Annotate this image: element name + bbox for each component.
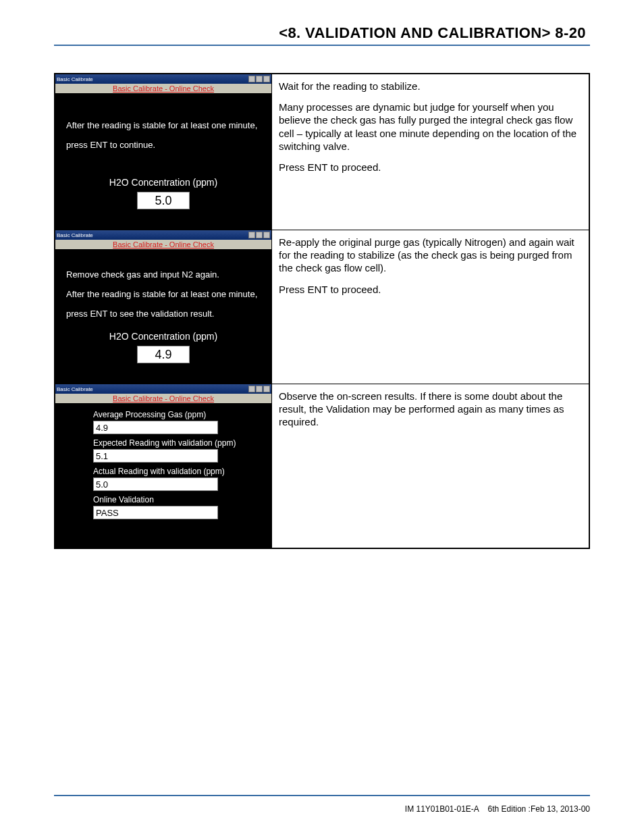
screenshot-panel-3: Basic Calibrate Basic Calibrate - Online… (55, 384, 271, 548)
result-label: Average Processing Gas (ppm) (93, 410, 261, 419)
result-label: Actual Reading with validation (ppm) (93, 467, 261, 476)
result-value: 5.0 (93, 477, 218, 491)
window-subtitle: Basic Calibrate - Online Check (55, 84, 271, 93)
window-titlebar: Basic Calibrate (55, 230, 271, 240)
instruction-table: Basic Calibrate Basic Calibrate - Online… (54, 73, 590, 549)
instruction-text: Re-apply the original purge gas (typical… (279, 236, 582, 275)
instruction-text: Many processes are dynamic but judge for… (279, 101, 582, 153)
screenshot-panel-2: Basic Calibrate Basic Calibrate - Online… (55, 230, 271, 384)
result-value: PASS (93, 506, 218, 519)
instruction-text: Press ENT to proceed. (279, 283, 582, 296)
instruction-cell: Wait for the reading to stabilize. Many … (272, 74, 590, 230)
table-row: Basic Calibrate Basic Calibrate - Online… (55, 74, 589, 230)
table-row: Basic Calibrate Basic Calibrate - Online… (55, 384, 589, 549)
instruction-cell: Observe the on-screen results. If there … (272, 384, 590, 549)
page-title: <8. VALIDATION AND CALIBRATION> 8-20 (54, 24, 590, 46)
window-titlebar: Basic Calibrate (55, 74, 271, 84)
result-label: Online Validation (93, 495, 261, 504)
window-title: Basic Calibrate (57, 76, 93, 82)
table-row: Basic Calibrate Basic Calibrate - Online… (55, 230, 589, 384)
doc-number: IM 11Y01B01-01E-A (405, 804, 479, 814)
window-title: Basic Calibrate (57, 386, 93, 392)
result-label: Expected Reading with validation (ppm) (93, 438, 261, 448)
panel-line: Remove check gas and input N2 again. (66, 269, 261, 280)
footer-divider (54, 795, 590, 796)
window-controls (248, 232, 270, 238)
instruction-text: Press ENT to proceed. (279, 161, 582, 174)
panel-line: After the reading is stable for at least… (66, 289, 261, 299)
panel-line: After the reading is stable for at least… (66, 120, 261, 130)
edition-date: 6th Edition :Feb 13, 2013-00 (488, 804, 590, 814)
window-titlebar: Basic Calibrate (55, 384, 271, 394)
concentration-value: 5.0 (137, 192, 190, 209)
instruction-cell: Re-apply the original purge gas (typical… (272, 230, 590, 384)
result-value: 4.9 (93, 421, 218, 434)
window-controls (248, 76, 270, 82)
concentration-value: 4.9 (137, 346, 190, 363)
window-subtitle: Basic Calibrate - Online Check (55, 240, 271, 249)
panel-line: press ENT to see the validation result. (66, 309, 261, 319)
window-subtitle: Basic Calibrate - Online Check (55, 394, 271, 403)
instruction-text: Observe the on-screen results. If there … (279, 390, 582, 429)
result-value: 5.1 (93, 449, 218, 463)
footer-text: IM 11Y01B01-01E-A 6th Edition :Feb 13, 2… (405, 804, 590, 814)
instruction-text: Wait for the reading to stabilize. (279, 80, 582, 93)
window-controls (248, 386, 270, 392)
panel-line: press ENT to continue. (66, 140, 261, 150)
screenshot-panel-1: Basic Calibrate Basic Calibrate - Online… (55, 74, 271, 230)
window-title: Basic Calibrate (57, 232, 93, 238)
concentration-label: H2O Concentration (ppm) (66, 177, 261, 188)
concentration-label: H2O Concentration (ppm) (66, 331, 261, 342)
